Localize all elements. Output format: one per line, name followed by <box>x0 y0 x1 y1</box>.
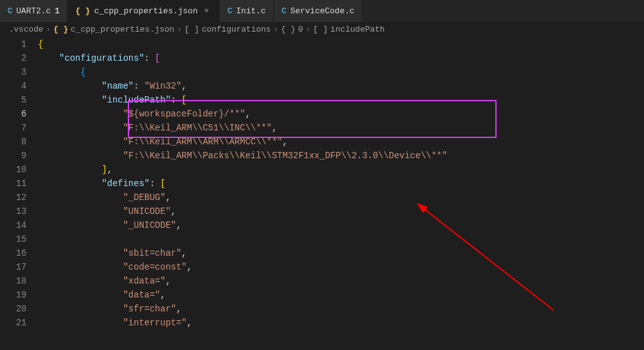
code-line[interactable]: "sbit=char", <box>38 246 644 260</box>
breadcrumb-item[interactable]: .vscode <box>9 25 44 34</box>
breadcrumb-item[interactable]: 0 <box>298 25 303 34</box>
code-line[interactable]: ], <box>38 163 644 177</box>
chevron-right-icon: › <box>177 25 182 34</box>
line-number: 8 <box>0 135 38 149</box>
code-line[interactable]: "code=const", <box>38 260 644 274</box>
file-type-icon: { } <box>75 6 90 16</box>
code-line[interactable]: { <box>38 65 644 79</box>
line-number: 17 <box>0 260 38 274</box>
code-line[interactable]: "_DEBUG", <box>38 191 644 204</box>
file-type-icon: C <box>8 6 13 16</box>
line-number: 7 <box>0 121 38 135</box>
chevron-right-icon: › <box>46 25 51 34</box>
code-line[interactable]: "name": "Win32", <box>38 79 644 93</box>
tab-c_cpp_properties-json[interactable]: { }c_cpp_properties.json× <box>68 0 220 22</box>
file-type-icon: C <box>282 6 287 16</box>
code-line[interactable]: "UNICODE", <box>38 204 644 218</box>
tab-UART2-c[interactable]: CUART2.c1 <box>0 0 68 22</box>
code-area[interactable]: { "configurations": [ { "name": "Win32",… <box>38 36 644 350</box>
line-number: 11 <box>0 177 38 191</box>
tab-bar: CUART2.c1{ }c_cpp_properties.json×CInit.… <box>0 0 644 22</box>
code-line[interactable]: "${workspaceFolder}/**", <box>38 107 644 121</box>
file-type-icon: C <box>227 6 232 16</box>
code-line[interactable]: "F:\\Keil_ARM\\Packs\\Keil\\STM32F1xx_DF… <box>38 149 644 163</box>
line-number: 3 <box>0 65 38 79</box>
code-line[interactable]: "defines": [ <box>38 177 644 191</box>
code-line[interactable]: "includePath": [ <box>38 93 644 107</box>
breadcrumb-item[interactable]: c_cpp_properties.json <box>71 25 175 34</box>
breadcrumb-icon: { } <box>281 25 295 34</box>
breadcrumb-icon: [ ] <box>313 25 328 34</box>
code-line[interactable]: "configurations": [ <box>38 51 644 65</box>
line-number: 9 <box>0 149 38 163</box>
line-number: 5 <box>0 93 38 107</box>
code-line[interactable]: "interrupt=", <box>38 316 644 330</box>
code-line[interactable] <box>38 232 644 246</box>
line-number: 4 <box>0 79 38 93</box>
tab-label: Init.c <box>236 6 266 16</box>
code-line[interactable]: "xdata=", <box>38 274 644 288</box>
line-number: 2 <box>0 51 38 65</box>
line-number: 10 <box>0 163 38 177</box>
line-numbers: 123456789101112131415161718192021 <box>0 36 38 350</box>
tab-label: UART2.c <box>16 6 51 16</box>
tab-label: ServiceCode.c <box>290 6 354 16</box>
line-number: 15 <box>0 232 38 246</box>
tab-Init-c[interactable]: CInit.c <box>220 0 274 22</box>
code-line[interactable]: "F:\\Keil_ARM\\C51\\INC\\**", <box>38 121 644 135</box>
line-number: 14 <box>0 218 38 232</box>
modified-indicator: 1 <box>54 6 59 16</box>
line-number: 19 <box>0 288 38 302</box>
tab-label: c_cpp_properties.json <box>94 6 198 16</box>
code-line[interactable]: { <box>38 37 644 51</box>
line-number: 21 <box>0 316 38 330</box>
line-number: 6 <box>0 107 38 121</box>
breadcrumb-item[interactable]: configurations <box>202 25 271 34</box>
line-number: 12 <box>0 191 38 204</box>
code-line[interactable]: "sfr=char", <box>38 302 644 316</box>
line-number: 18 <box>0 274 38 288</box>
code-line[interactable]: "_UNICODE", <box>38 218 644 232</box>
line-number: 13 <box>0 204 38 218</box>
breadcrumb-icon: { } <box>53 25 68 34</box>
breadcrumb[interactable]: .vscode›{ }c_cpp_properties.json›[ ]conf… <box>0 22 644 36</box>
breadcrumb-icon: [ ] <box>184 25 199 34</box>
close-icon[interactable]: × <box>201 6 211 16</box>
code-line[interactable]: "F:\\Keil_ARM\\ARM\\ARMCC\\**", <box>38 135 644 149</box>
line-number: 20 <box>0 302 38 316</box>
chevron-right-icon: › <box>306 25 311 34</box>
line-number: 1 <box>0 37 38 51</box>
breadcrumb-item[interactable]: includePath <box>330 25 385 34</box>
code-line[interactable]: "data=", <box>38 288 644 302</box>
chevron-right-icon: › <box>273 25 278 34</box>
editor: 123456789101112131415161718192021 { "con… <box>0 36 644 350</box>
tab-ServiceCode-c[interactable]: CServiceCode.c <box>274 0 362 22</box>
line-number: 16 <box>0 246 38 260</box>
